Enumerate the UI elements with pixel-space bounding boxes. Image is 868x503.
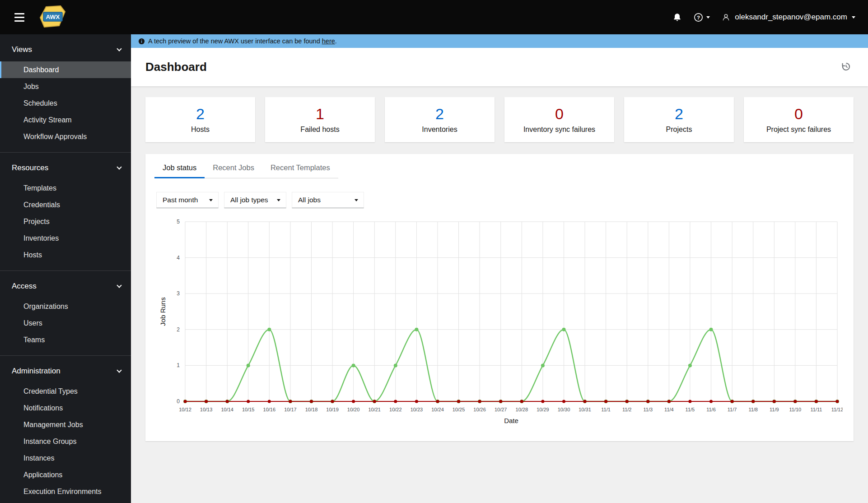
sidebar-item-topology-view[interactable]: Topology View	[0, 500, 131, 503]
filter-value: All jobs	[298, 196, 321, 204]
filter-select-job-types[interactable]: All job types	[224, 192, 286, 208]
stat-cards-row: 2Hosts1Failed hosts2Inventories0Inventor…	[145, 97, 854, 142]
stat-card-project-sync-failures[interactable]: 0Project sync failures	[744, 97, 854, 142]
stat-card-inventories[interactable]: 2Inventories	[385, 97, 495, 142]
svg-text:10/23: 10/23	[411, 407, 423, 412]
svg-text:Job Runs: Job Runs	[159, 297, 167, 326]
page-title: Dashboard	[145, 60, 207, 74]
dashboard-tabs: Job statusRecent JobsRecent Templates	[154, 157, 338, 178]
svg-text:10/28: 10/28	[516, 407, 528, 412]
sidebar-item-teams[interactable]: Teams	[0, 331, 131, 348]
main-column: A tech preview of the new AWX user inter…	[131, 34, 868, 503]
info-circle-icon	[138, 38, 145, 45]
svg-text:10/17: 10/17	[284, 407, 297, 412]
filter-select-time-range[interactable]: Past month	[156, 192, 219, 208]
awx-logo-text: AWX	[46, 14, 60, 20]
stat-card-projects[interactable]: 2Projects	[624, 97, 734, 142]
sidebar-item-organizations[interactable]: Organizations	[0, 298, 131, 315]
sidebar-item-hosts[interactable]: Hosts	[0, 247, 131, 263]
stat-label: Inventory sync failures	[523, 126, 595, 134]
svg-text:10/21: 10/21	[368, 407, 381, 412]
tech-preview-banner: A tech preview of the new AWX user inter…	[131, 34, 868, 48]
svg-text:10/18: 10/18	[305, 407, 318, 412]
banner-here-link[interactable]: here	[322, 37, 335, 45]
svg-text:11/3: 11/3	[644, 407, 653, 412]
sidebar-item-activity-stream[interactable]: Activity Stream	[0, 112, 131, 128]
sidebar-item-applications[interactable]: Applications	[0, 466, 131, 483]
notifications-bell-button[interactable]	[672, 13, 682, 22]
svg-text:11/2: 11/2	[622, 407, 632, 412]
question-circle-icon: ?	[694, 13, 703, 22]
tab-job-status[interactable]: Job status	[154, 157, 205, 178]
svg-text:1: 1	[177, 362, 180, 368]
help-menu-button[interactable]: ?	[694, 13, 710, 22]
banner-text: A tech preview of the new AWX user inter…	[148, 37, 337, 45]
stat-card-hosts[interactable]: 2Hosts	[145, 97, 255, 142]
nav-section-toggle-views[interactable]: Views	[0, 42, 131, 58]
svg-text:5: 5	[177, 219, 180, 225]
svg-text:10/14: 10/14	[221, 407, 233, 412]
tab-recent-templates[interactable]: Recent Templates	[262, 157, 338, 178]
svg-text:10/22: 10/22	[389, 407, 402, 412]
job-status-panel: Job statusRecent JobsRecent Templates Pa…	[145, 154, 854, 441]
nav-section-toggle-resources[interactable]: Resources	[0, 160, 131, 176]
svg-text:10/13: 10/13	[200, 407, 213, 412]
caret-down-icon	[852, 16, 855, 19]
sidebar-item-notifications[interactable]: Notifications	[0, 400, 131, 416]
svg-text:11/7: 11/7	[728, 407, 737, 412]
svg-text:10/24: 10/24	[431, 407, 444, 412]
nav-section-toggle-access[interactable]: Access	[0, 278, 131, 294]
chevron-down-icon	[117, 46, 121, 51]
refresh-history-button[interactable]	[840, 60, 853, 75]
app-root: AWX ? oleksandr_stepano	[0, 0, 868, 503]
stat-label: Hosts	[191, 126, 210, 134]
svg-text:11/8: 11/8	[748, 407, 758, 412]
svg-text:10/31: 10/31	[579, 407, 591, 412]
svg-text:11/1: 11/1	[601, 407, 611, 412]
sidebar-item-templates[interactable]: Templates	[0, 180, 131, 196]
stat-value: 0	[555, 106, 564, 122]
sidebar-item-inventories[interactable]: Inventories	[0, 230, 131, 247]
nav-section-views: ViewsDashboardJobsSchedulesActivity Stre…	[0, 34, 131, 152]
svg-text:2: 2	[177, 326, 180, 333]
sidebar-item-workflow-approvals[interactable]: Workflow Approvals	[0, 128, 131, 145]
sidebar-item-execution-environments[interactable]: Execution Environments	[0, 483, 131, 500]
nav-section-resources: ResourcesTemplatesCredentialsProjectsInv…	[0, 152, 131, 270]
caret-down-icon	[209, 199, 213, 201]
sidebar-item-schedules[interactable]: Schedules	[0, 95, 131, 112]
svg-text:11/5: 11/5	[686, 407, 695, 412]
svg-text:10/19: 10/19	[326, 407, 339, 412]
nav-section-access: AccessOrganizationsUsersTeams	[0, 270, 131, 355]
sidebar-item-credentials[interactable]: Credentials	[0, 196, 131, 213]
svg-text:10/12: 10/12	[179, 407, 191, 412]
svg-text:11/12: 11/12	[831, 407, 843, 412]
stat-card-inventory-sync-failures[interactable]: 0Inventory sync failures	[504, 97, 614, 142]
stat-card-failed-hosts[interactable]: 1Failed hosts	[265, 97, 375, 142]
user-email: oleksandr_stepanov@epam.com	[735, 13, 847, 22]
svg-text:10/25: 10/25	[453, 407, 465, 412]
sidebar-item-instance-groups[interactable]: Instance Groups	[0, 433, 131, 450]
filter-select-jobs[interactable]: All jobs	[292, 192, 364, 208]
sidebar-item-dashboard[interactable]: Dashboard	[0, 61, 131, 78]
awx-logo[interactable]: AWX	[38, 5, 67, 29]
bell-icon	[672, 13, 682, 22]
sidebar-item-users[interactable]: Users	[0, 315, 131, 331]
sidebar-item-credential-types[interactable]: Credential Types	[0, 383, 131, 400]
tab-recent-jobs[interactable]: Recent Jobs	[205, 157, 262, 178]
sidebar-item-jobs[interactable]: Jobs	[0, 78, 131, 95]
sidebar-item-projects[interactable]: Projects	[0, 213, 131, 230]
nav-list: Credential TypesNotificationsManagement …	[0, 383, 131, 503]
user-menu[interactable]: oleksandr_stepanov@epam.com	[722, 13, 855, 22]
nav-section-toggle-administration[interactable]: Administration	[0, 363, 131, 379]
svg-text:10/20: 10/20	[347, 407, 360, 412]
sidebar-item-management-jobs[interactable]: Management Jobs	[0, 416, 131, 433]
nav-list: DashboardJobsSchedulesActivity StreamWor…	[0, 61, 131, 145]
sidebar-item-instances[interactable]: Instances	[0, 450, 131, 466]
hamburger-icon	[14, 13, 24, 14]
svg-text:11/11: 11/11	[810, 407, 822, 412]
history-icon	[841, 62, 851, 71]
nav-section-label: Views	[12, 45, 32, 54]
job-status-chart-container: 01234510/1210/1310/1410/1510/1610/1710/1…	[156, 215, 843, 430]
nav-toggle-button[interactable]	[11, 9, 28, 25]
svg-text:10/15: 10/15	[242, 407, 255, 412]
